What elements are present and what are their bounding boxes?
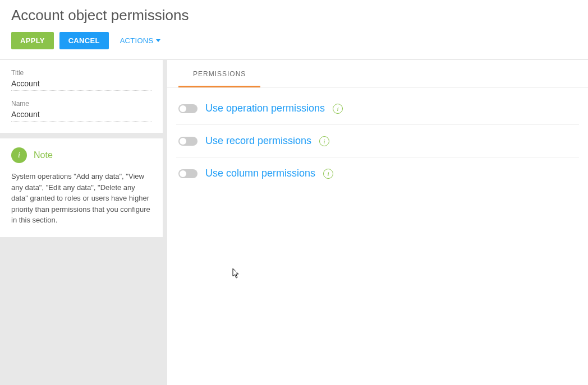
- page-header: Account object permissions APPLY CANCEL …: [0, 0, 588, 59]
- note-panel: i Note System operations "Add any data",…: [0, 138, 163, 237]
- content-area: Title Account Name Account i Note System…: [0, 59, 588, 385]
- perm-row-column: Use column permissions i: [176, 157, 579, 189]
- perm-row-operation: Use operation permissions i: [176, 92, 579, 125]
- info-icon[interactable]: i: [323, 169, 333, 179]
- perm-row-record: Use record permissions i: [176, 125, 579, 157]
- toggle-record-permissions[interactable]: [178, 137, 197, 146]
- info-icon[interactable]: i: [333, 104, 343, 114]
- field-name: Name Account: [11, 100, 151, 122]
- toggle-operation-permissions[interactable]: [178, 104, 197, 113]
- sidebar: Title Account Name Account i Note System…: [0, 60, 163, 385]
- info-icon: i: [11, 147, 27, 163]
- field-title-label: Title: [11, 69, 151, 77]
- info-icon[interactable]: i: [319, 136, 329, 146]
- fields-panel: Title Account Name Account: [0, 60, 163, 133]
- perm-label-column[interactable]: Use column permissions: [205, 168, 315, 179]
- cancel-button[interactable]: CANCEL: [59, 32, 109, 49]
- page-title: Account object permissions: [11, 7, 577, 24]
- note-header: i Note: [11, 147, 151, 163]
- main-panel: PERMISSIONS Use operation permissions i …: [167, 60, 588, 385]
- actions-label: ACTIONS: [120, 36, 154, 45]
- actions-dropdown[interactable]: ACTIONS: [114, 32, 166, 49]
- perm-label-operation[interactable]: Use operation permissions: [205, 103, 325, 114]
- toggle-column-permissions[interactable]: [178, 169, 197, 178]
- perm-label-record[interactable]: Use record permissions: [205, 135, 311, 147]
- tab-permissions[interactable]: PERMISSIONS: [178, 60, 260, 87]
- note-text: System operations "Add any data", "View …: [11, 171, 151, 226]
- field-name-value[interactable]: Account: [11, 110, 151, 122]
- field-title-value[interactable]: Account: [11, 79, 151, 91]
- permissions-list: Use operation permissions i Use record p…: [167, 88, 588, 194]
- field-title: Title Account: [11, 69, 151, 91]
- toolbar: APPLY CANCEL ACTIONS: [11, 32, 577, 59]
- tabs: PERMISSIONS: [167, 60, 588, 88]
- field-name-label: Name: [11, 100, 151, 108]
- apply-button[interactable]: APPLY: [11, 32, 54, 49]
- note-heading: Note: [34, 150, 53, 160]
- chevron-down-icon: [156, 39, 160, 42]
